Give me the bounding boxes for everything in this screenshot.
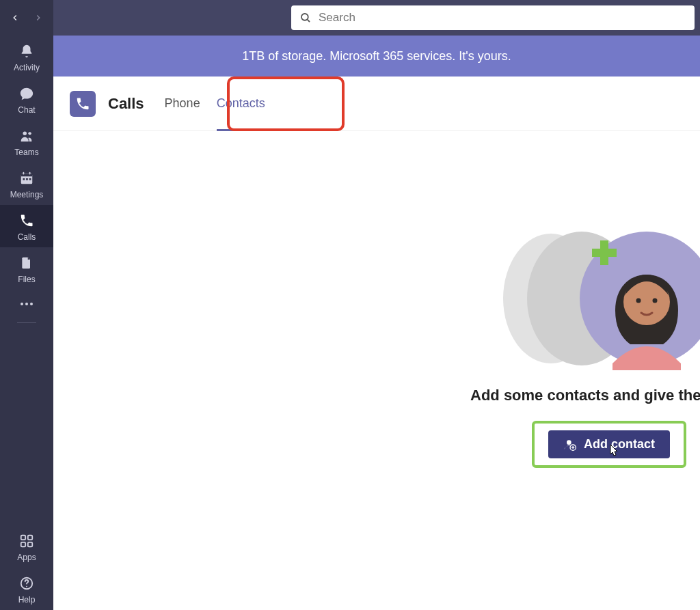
promo-banner[interactable]: 1TB of storage. Microsoft 365 services. … (53, 36, 700, 77)
svg-point-0 (23, 132, 27, 136)
main-column: 1TB of storage. Microsoft 365 services. … (53, 0, 700, 610)
forward-button[interactable] (31, 11, 45, 25)
rail-item-chat[interactable]: Chat (0, 78, 53, 120)
svg-point-11 (30, 303, 33, 305)
rail-item-meetings[interactable]: Meetings (0, 163, 53, 205)
app-root: Activity Chat Teams Meetings Calls (0, 0, 700, 610)
title-bar (53, 0, 700, 36)
content-header: Calls Phone Contacts (53, 77, 700, 131)
svg-point-24 (636, 299, 641, 303)
chevron-right-icon (33, 13, 43, 23)
tabs: Phone Contacts (165, 77, 265, 131)
back-button[interactable] (8, 11, 22, 25)
svg-point-10 (25, 303, 28, 305)
svg-rect-14 (21, 542, 25, 546)
app-rail: Activity Chat Teams Meetings Calls (0, 0, 53, 610)
rail-item-help[interactable]: Help (0, 568, 53, 610)
svg-point-25 (652, 299, 657, 303)
rail-more[interactable] (0, 290, 53, 318)
svg-rect-15 (28, 542, 32, 546)
rail-label: Activity (14, 63, 40, 72)
rail-item-teams[interactable]: Teams (0, 120, 53, 163)
svg-rect-13 (28, 536, 32, 540)
search-icon (299, 12, 312, 24)
svg-rect-8 (29, 178, 31, 180)
svg-rect-3 (21, 174, 33, 177)
svg-rect-4 (23, 172, 25, 175)
svg-point-18 (301, 14, 308, 20)
phone-icon (18, 212, 36, 230)
bell-icon (18, 42, 36, 60)
history-nav (0, 0, 53, 36)
rail-label: Help (18, 595, 36, 605)
chevron-left-icon (10, 13, 20, 23)
rail-item-calls[interactable]: Calls (0, 205, 53, 247)
content-body: Add some contacts and give them a ca Add… (53, 131, 700, 610)
more-icon (18, 295, 36, 313)
phone-icon (75, 96, 90, 111)
contacts-illustration (503, 227, 700, 370)
rail-label: Apps (17, 553, 36, 562)
banner-text: 1TB of storage. Microsoft 365 services. … (242, 49, 511, 64)
calls-section-icon (70, 91, 96, 117)
file-icon (18, 254, 36, 272)
add-contact-label: Add contact (584, 437, 655, 452)
empty-title: Add some contacts and give them a ca (470, 387, 700, 404)
svg-rect-12 (21, 536, 25, 540)
svg-rect-27 (600, 240, 608, 265)
svg-point-28 (567, 440, 571, 445)
search-box[interactable] (291, 5, 695, 30)
divider (17, 322, 36, 323)
svg-point-9 (21, 303, 23, 305)
rail-label: Meetings (10, 190, 44, 199)
rail-item-activity[interactable]: Activity (0, 36, 53, 78)
annotation-highlight-add-contact: Add contact (532, 421, 686, 468)
svg-point-17 (26, 586, 27, 587)
empty-state: Add some contacts and give them a ca Add… (470, 227, 700, 468)
rail-label: Files (18, 275, 35, 284)
svg-point-1 (28, 132, 31, 135)
help-icon (18, 574, 36, 592)
search-wrap (291, 5, 695, 30)
rail-label: Chat (18, 105, 35, 115)
tab-contacts[interactable]: Contacts (217, 77, 265, 131)
svg-rect-5 (29, 172, 31, 175)
rail-item-files[interactable]: Files (0, 247, 53, 290)
svg-rect-7 (26, 178, 28, 180)
chat-icon (18, 85, 36, 102)
svg-line-19 (308, 20, 310, 22)
teams-icon (18, 127, 36, 145)
apps-icon (18, 532, 36, 550)
search-input[interactable] (319, 11, 686, 25)
svg-rect-6 (23, 178, 25, 180)
calendar-icon (18, 169, 36, 187)
rail-item-apps[interactable]: Apps (0, 525, 53, 568)
add-contact-button[interactable]: Add contact (548, 430, 670, 458)
add-person-icon (563, 438, 577, 452)
page-title: Calls (108, 95, 144, 113)
rail-label: Teams (14, 148, 38, 157)
rail-label: Calls (18, 232, 36, 242)
tab-phone[interactable]: Phone (165, 77, 200, 131)
